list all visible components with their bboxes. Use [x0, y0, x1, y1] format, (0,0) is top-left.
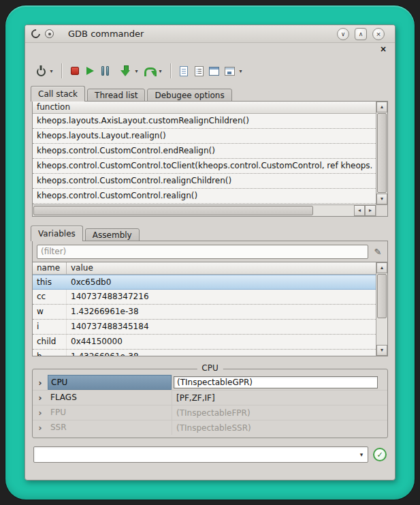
callstack-row[interactable]: kheops.layouts.Layout.realign() [33, 129, 376, 144]
variable-value: 140737488345184 [67, 320, 376, 334]
step-into-button[interactable] [120, 62, 131, 80]
chevron-up-icon: ∧ [359, 31, 364, 37]
watch-icon [225, 67, 235, 76]
close-button[interactable]: × [372, 28, 385, 40]
callstack-row[interactable]: kheops.control.CustomControl.toClient(kh… [33, 159, 376, 174]
cpu-inspector-group: CPU › CPU (TInspectableGPR) › FLAGS [PF,… [32, 369, 388, 438]
view-output-button[interactable] [194, 62, 204, 80]
confirm-button[interactable]: ✓ [373, 448, 387, 461]
step-over-button[interactable] [144, 62, 155, 80]
command-combobox[interactable]: ▾ [33, 446, 368, 463]
variable-row[interactable]: child 0x44150000 [33, 335, 376, 350]
variable-value: 0x44150000 [67, 335, 376, 349]
watch-button[interactable] [225, 62, 235, 80]
cpu-row-value: [PF,ZF,IF] [172, 393, 215, 403]
step-into-dropdown-button[interactable]: ▾ [133, 62, 140, 80]
variable-value: 0xc65db0 [67, 275, 376, 289]
maximize-button[interactable]: ∧ [355, 28, 367, 40]
scroll-up-button[interactable]: ▴ [376, 102, 387, 112]
filter-row: ✎ [33, 241, 387, 262]
variables-tabbar: Variables Assembly [25, 225, 395, 241]
view-windows-button[interactable] [209, 62, 219, 80]
variable-name: this [33, 275, 67, 289]
tab-variables[interactable]: Variables [31, 226, 83, 241]
column-header-value[interactable]: value [67, 262, 376, 274]
power-dropdown-button[interactable]: ▾ [48, 62, 54, 80]
scroll-down-button[interactable]: ▾ [376, 345, 387, 356]
expander-button[interactable]: › [33, 375, 48, 390]
tab-debugee-options[interactable]: Debugee options [147, 89, 231, 102]
column-header-name[interactable]: name [33, 262, 67, 274]
cpu-row[interactable]: › SSR (TInspectableSSR) [33, 420, 387, 435]
vertical-scrollbar[interactable]: ▴ ▾ [376, 102, 387, 204]
triangle-right-icon: ▸ [369, 208, 372, 213]
scroll-left-button[interactable]: ◂ [354, 205, 365, 216]
pencil-icon[interactable]: ✎ [372, 247, 383, 257]
expander-button[interactable]: › [33, 420, 48, 435]
window-titlebar[interactable]: GDB commander ∨ ∧ × [25, 25, 395, 43]
variable-value: 1.43266961e-38 [67, 305, 376, 319]
command-row: ▾ ✓ [33, 446, 387, 463]
run-button[interactable] [85, 62, 95, 80]
variable-row[interactable]: cc 140737488347216 [33, 290, 376, 305]
triangle-down-icon: ▾ [381, 348, 383, 353]
scroll-up-button[interactable]: ▴ [376, 262, 387, 273]
cpu-row[interactable]: › FPU (TInspectableFPR) [33, 405, 387, 420]
cpu-row-selected[interactable]: › CPU (TInspectableGPR) [33, 375, 387, 390]
chevron-down-icon: ▾ [50, 68, 52, 74]
scrollbar-thumb[interactable] [33, 206, 313, 215]
scroll-down-button[interactable]: ▾ [376, 194, 387, 204]
tab-assembly[interactable]: Assembly [85, 228, 140, 241]
chevron-right-icon: › [38, 393, 42, 403]
triangle-up-icon: ▴ [381, 104, 383, 110]
step-over-dropdown-button[interactable]: ▾ [157, 62, 163, 80]
scrollbar-track[interactable] [376, 112, 387, 194]
scrollbar-track[interactable] [376, 273, 387, 345]
horizontal-scrollbar[interactable]: ◂ ▸ [33, 204, 387, 216]
vertical-scrollbar[interactable]: ▴ ▾ [376, 262, 387, 356]
chevron-right-icon: › [38, 423, 42, 433]
tab-call-stack[interactable]: Call stack [31, 86, 85, 102]
toolbar-separator [170, 63, 172, 78]
column-header-function[interactable]: function [33, 102, 376, 114]
cpu-row-name: FLAGS [48, 391, 172, 405]
power-button[interactable] [36, 62, 46, 80]
variable-row[interactable]: b 1.43266961e-38 [33, 350, 376, 356]
callstack-tabbar: Call stack Thread list Debugee options [25, 85, 395, 102]
callstack-row[interactable]: kheops.control.CustomControl.realignChil… [33, 174, 376, 189]
callstack-row[interactable]: kheops.layouts.AxisLayout.customRealignC… [33, 114, 376, 129]
expander-button[interactable]: › [33, 391, 48, 405]
cpu-row-name: FPU [48, 405, 172, 420]
minimize-button[interactable]: ∨ [337, 28, 349, 40]
scrollbar-thumb[interactable] [377, 274, 387, 318]
filter-input[interactable] [37, 245, 368, 259]
cpu-row-value: (TInspectableSSR) [172, 423, 251, 433]
stop-button[interactable] [70, 62, 80, 80]
variable-name: child [33, 335, 67, 349]
toolbar-separator [61, 63, 63, 78]
callstack-row[interactable]: kheops.control.CustomControl.realign() [33, 189, 376, 204]
pause-button[interactable] [100, 62, 110, 80]
tab-thread-list[interactable]: Thread list [87, 89, 145, 102]
cpu-value-input[interactable]: (TInspectableGPR) [174, 376, 378, 388]
variable-row[interactable]: i 140737488345184 [33, 320, 376, 335]
cpu-row-name: SSR [48, 420, 172, 435]
watch-dropdown-button[interactable]: ▾ [238, 62, 244, 80]
cpu-row[interactable]: › FLAGS [PF,ZF,IF] [33, 390, 387, 405]
check-icon: ✓ [376, 450, 383, 459]
variables-table-header: name value [33, 262, 376, 275]
view-source-button[interactable] [179, 62, 189, 80]
scrollbar-track[interactable] [33, 205, 354, 216]
callstack-row[interactable]: kheops.control.CustomControl.endRealign(… [33, 144, 376, 159]
triangle-down-icon: ▾ [381, 196, 383, 202]
document-icon [180, 66, 188, 76]
scroll-right-button[interactable]: ▸ [365, 205, 376, 216]
variable-name: b [33, 350, 67, 356]
expander-button[interactable]: › [33, 405, 48, 420]
dock-close-button[interactable]: × [380, 44, 387, 54]
scrollbar-thumb[interactable] [377, 113, 387, 193]
pin-icon[interactable] [45, 29, 54, 38]
variable-row[interactable]: w 1.43266961e-38 [33, 305, 376, 320]
variable-row-selected[interactable]: this 0xc65db0 [33, 275, 376, 290]
combo-dropdown-button[interactable]: ▾ [355, 451, 368, 458]
